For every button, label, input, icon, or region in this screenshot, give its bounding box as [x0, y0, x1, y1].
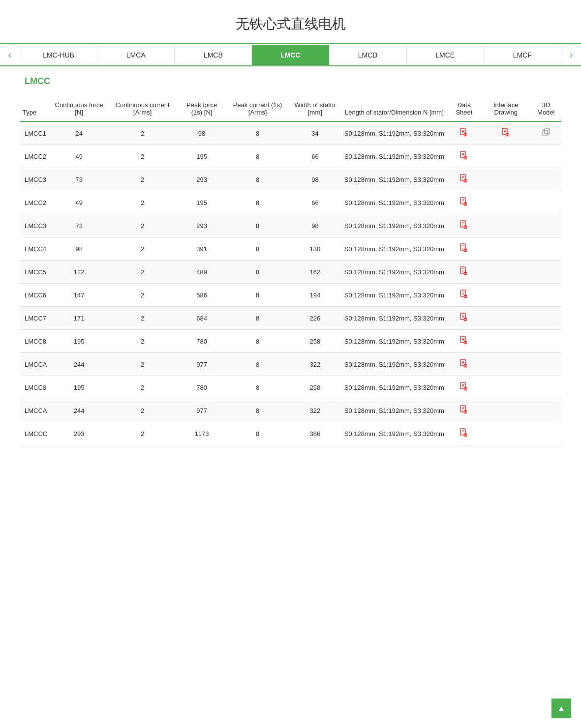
cell-peak-force: 293	[177, 168, 226, 191]
cell-type: LMCCA	[20, 399, 50, 422]
nav-next-button[interactable]: ›	[561, 44, 581, 65]
pdf-icon[interactable]: PDF	[460, 199, 468, 207]
cell-data-sheet[interactable]: PDF	[447, 168, 481, 191]
cell-cont-force: 244	[50, 353, 108, 376]
svg-text:PDF: PDF	[464, 180, 468, 182]
cell-peak-force: 195	[177, 145, 226, 168]
cell-data-sheet[interactable]: PDF	[447, 237, 481, 261]
cell-dimensions: S0:128mm, S1:192mm, S3:320mm	[341, 376, 447, 399]
nav-item-lmca[interactable]: LMCA	[97, 45, 175, 65]
cell-peak-current: 8	[226, 376, 289, 399]
nav-item-lmcc[interactable]: LMCC	[252, 45, 329, 65]
col-header-cont-force: Continuous force [N]	[50, 96, 108, 121]
cell-3d-model[interactable]	[531, 121, 561, 145]
pdf-icon[interactable]: PDF	[460, 407, 468, 415]
cell-peak-current: 8	[226, 422, 289, 445]
pdf-icon[interactable]: PDF	[460, 361, 468, 369]
pdf-icon[interactable]: PDF	[460, 430, 468, 438]
data-table: Type Continuous force [N] Continuous cur…	[20, 96, 561, 445]
cell-data-sheet[interactable]: PDF	[447, 284, 481, 307]
svg-text:PDF: PDF	[464, 226, 468, 229]
cell-interface-drawing[interactable]: PDF	[481, 121, 531, 145]
cell-interface-drawing	[481, 168, 531, 191]
cell-data-sheet[interactable]: PDF	[447, 399, 481, 422]
pdf-icon[interactable]: PDF	[460, 153, 468, 161]
cell-cont-current: 2	[108, 399, 177, 422]
nav-item-lmc-hub[interactable]: LMC-HUB	[20, 45, 97, 65]
cell-dimensions: S0:128mm, S1:192mm, S3:320mm	[341, 121, 447, 145]
col-header-dimensions: Length of stator/Dimension N [mm]	[341, 96, 447, 121]
pdf-icon[interactable]: PDF	[460, 384, 468, 392]
cell-cont-current: 2	[108, 168, 177, 191]
nav-bar: ‹ LMC-HUB LMCA LMCB LMCC LMCD LMCE LMCF …	[0, 43, 581, 66]
cell-data-sheet[interactable]: PDF	[447, 307, 481, 330]
pdf-icon[interactable]: PDF	[460, 338, 468, 346]
cell-dimensions: S0:128mm, S1:192mm, S3:320mm	[341, 237, 447, 261]
pdf-icon[interactable]: PDF	[460, 268, 468, 277]
cell-data-sheet[interactable]: PDF	[447, 422, 481, 445]
cell-type: LMCC5	[20, 261, 50, 284]
cell-cont-current: 2	[108, 307, 177, 330]
cell-3d-model	[531, 261, 561, 284]
cell-data-sheet[interactable]: PDF	[447, 376, 481, 399]
cell-cont-force: 244	[50, 399, 108, 422]
nav-item-lmcb[interactable]: LMCB	[175, 45, 252, 65]
cell-peak-force: 586	[177, 284, 226, 307]
col-header-cont-current: Continuous current [Arms]	[108, 96, 177, 121]
cell-peak-force: 684	[177, 307, 226, 330]
cell-width: 130	[289, 237, 341, 261]
cell-interface-drawing	[481, 214, 531, 237]
cell-3d-model	[531, 399, 561, 422]
cell-peak-force: 489	[177, 261, 226, 284]
pdf-icon[interactable]: PDF	[460, 130, 468, 138]
cell-type: LMCC3	[20, 214, 50, 237]
cell-3d-model	[531, 330, 561, 353]
cell-type: LMCC4	[20, 237, 50, 261]
cell-peak-current: 8	[226, 353, 289, 376]
pdf-icon[interactable]: PDF	[502, 130, 510, 138]
cell-width: 98	[289, 168, 341, 191]
nav-item-lmce[interactable]: LMCE	[407, 45, 484, 65]
3d-model-icon[interactable]	[542, 130, 550, 138]
cell-data-sheet[interactable]: PDF	[447, 353, 481, 376]
pdf-icon[interactable]: PDF	[460, 291, 468, 300]
cell-data-sheet[interactable]: PDF	[447, 261, 481, 284]
cell-data-sheet[interactable]: PDF	[447, 214, 481, 237]
svg-rect-10	[543, 130, 548, 135]
table-row: LMCC124298834S0:128mm, S1:192mm, S3:320m…	[20, 121, 561, 145]
pdf-icon[interactable]: PDF	[460, 315, 468, 323]
pdf-icon[interactable]: PDF	[460, 245, 468, 254]
cell-data-sheet[interactable]: PDF	[447, 121, 481, 145]
cell-interface-drawing	[481, 191, 531, 214]
table-row: LMCC819527808258S0:128mm, S1:192mm, S3:3…	[20, 376, 561, 399]
cell-interface-drawing	[481, 330, 531, 353]
cell-3d-model	[531, 214, 561, 237]
svg-text:PDF: PDF	[464, 411, 468, 413]
table-row: LMCCA24429778322S0:128mm, S1:192mm, S3:3…	[20, 353, 561, 376]
cell-interface-drawing	[481, 237, 531, 261]
nav-prev-button[interactable]: ‹	[0, 44, 20, 65]
cell-cont-force: 147	[50, 284, 108, 307]
cell-data-sheet[interactable]: PDF	[447, 191, 481, 214]
nav-items: LMC-HUB LMCA LMCB LMCC LMCD LMCE LMCF	[20, 45, 561, 65]
pdf-icon[interactable]: PDF	[460, 222, 468, 231]
content-area: LMCC Type Continuous force [N] Continuou…	[0, 66, 581, 465]
svg-text:PDF: PDF	[464, 272, 468, 275]
cell-peak-current: 8	[226, 145, 289, 168]
pdf-icon[interactable]: PDF	[460, 176, 468, 184]
cell-width: 34	[289, 121, 341, 145]
table-header-row: Type Continuous force [N] Continuous cur…	[20, 96, 561, 121]
cell-data-sheet[interactable]: PDF	[447, 145, 481, 168]
cell-cont-current: 2	[108, 145, 177, 168]
cell-data-sheet[interactable]: PDF	[447, 330, 481, 353]
nav-item-lmcf[interactable]: LMCF	[484, 45, 561, 65]
col-header-peak-force: Peak force (1s) [N]	[177, 96, 226, 121]
cell-cont-force: 73	[50, 168, 108, 191]
cell-dimensions: S0:128mm, S1:192mm, S3:320mm	[341, 168, 447, 191]
table-row: LMCCC293211738386S0:128mm, S1:192mm, S3:…	[20, 422, 561, 445]
nav-item-lmcd[interactable]: LMCD	[330, 45, 407, 65]
cell-3d-model	[531, 168, 561, 191]
cell-width: 386	[289, 422, 341, 445]
svg-text:PDF: PDF	[506, 134, 510, 136]
svg-text:PDF: PDF	[464, 203, 468, 205]
